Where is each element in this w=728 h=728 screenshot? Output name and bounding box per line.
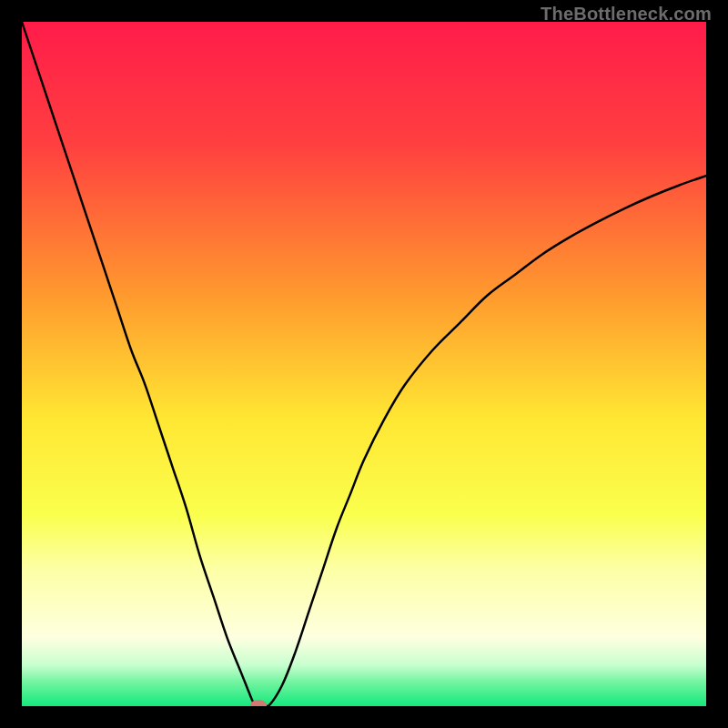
plot-area <box>22 22 706 706</box>
optimum-marker <box>250 700 267 706</box>
bottleneck-curve <box>22 22 706 706</box>
chart-stage: TheBottleneck.com <box>0 0 728 728</box>
